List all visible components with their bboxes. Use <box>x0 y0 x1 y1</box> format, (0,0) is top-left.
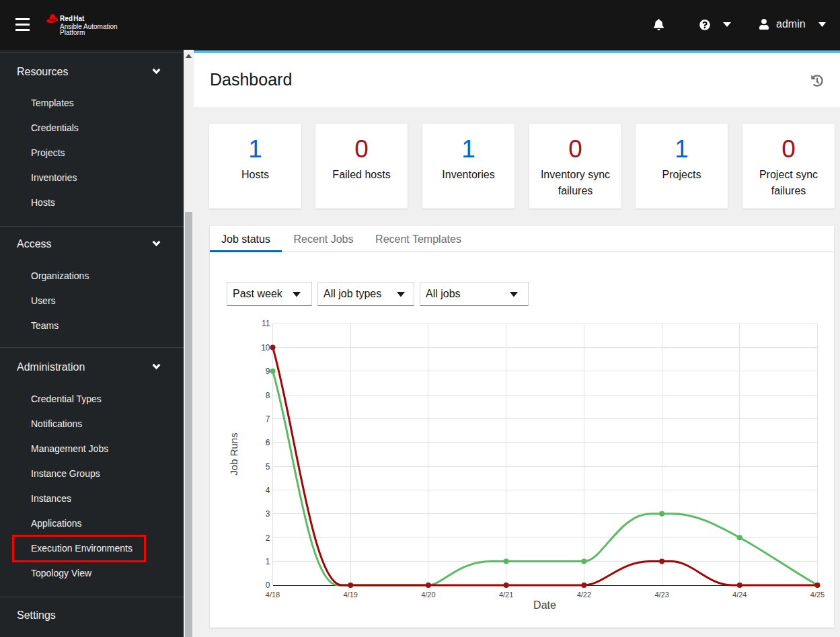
svg-text:10: 10 <box>261 343 270 352</box>
svg-text:4/21: 4/21 <box>499 591 513 599</box>
svg-text:2: 2 <box>266 533 270 543</box>
svg-text:6: 6 <box>266 438 270 447</box>
svg-text:4: 4 <box>266 486 270 495</box>
svg-text:4/19: 4/19 <box>343 591 357 599</box>
svg-text:8: 8 <box>266 391 270 400</box>
svg-text:4/24: 4/24 <box>732 591 747 599</box>
svg-text:7: 7 <box>266 414 270 424</box>
svg-text:1: 1 <box>266 557 270 566</box>
svg-text:11: 11 <box>262 319 270 328</box>
svg-text:Job Runs: Job Runs <box>228 433 239 475</box>
svg-text:4/25: 4/25 <box>810 591 825 599</box>
svg-text:Date: Date <box>533 599 556 611</box>
svg-text:4/20: 4/20 <box>421 591 435 599</box>
svg-text:3: 3 <box>266 509 270 519</box>
svg-text:5: 5 <box>266 462 270 472</box>
svg-text:4/18: 4/18 <box>266 591 280 599</box>
svg-text:4/23: 4/23 <box>654 591 669 599</box>
svg-text:9: 9 <box>266 367 270 376</box>
svg-text:0: 0 <box>266 580 270 590</box>
svg-text:4/22: 4/22 <box>577 591 591 599</box>
